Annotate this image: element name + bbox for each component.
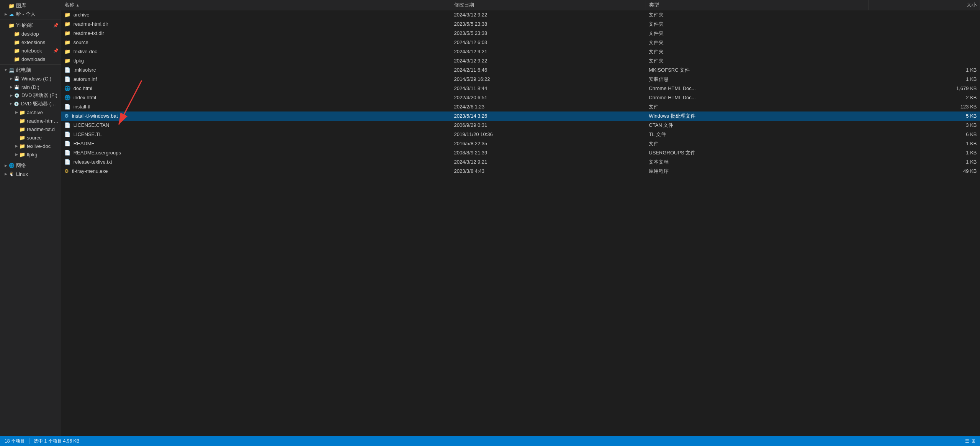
cell-name: 📁 source: [61, 38, 451, 47]
table-row[interactable]: 📁 archive 2024/3/12 9:22 文件夹: [61, 10, 980, 20]
statusbar: 18 个项目 │ 选中 1 个项目 4.96 KB ☰ ⊞: [0, 436, 980, 446]
table-row[interactable]: 📄 .mkisofsrc 2024/2/11 6:46 MKISOFSRC 文件…: [61, 66, 980, 75]
file-type-icon: 📁: [64, 49, 70, 54]
table-row[interactable]: 📁 texlive-doc 2024/3/12 9:21 文件夹: [61, 47, 980, 56]
sidebar-item-win-c[interactable]: ▶💾Windows (C:): [0, 74, 61, 83]
sidebar-item-archive[interactable]: ▶📁archive: [0, 108, 61, 116]
file-type-icon: 📄: [64, 141, 70, 146]
expand-arrow[interactable]: ▶: [8, 77, 14, 80]
inf-icon: 📄: [64, 76, 70, 82]
cell-date: 2024/3/12 9:21: [451, 157, 646, 167]
expand-arrow[interactable]: ▶: [8, 85, 14, 89]
table-row[interactable]: 📁 source 2024/3/12 6:03 文件夹: [61, 38, 980, 47]
pin-icon: 📌: [53, 48, 59, 53]
bat-icon: ⚙: [64, 113, 69, 119]
table-row[interactable]: ⚙ install-tl-windows.bat 2023/5/14 3:26 …: [61, 112, 980, 121]
sidebar-item-dvd-f2[interactable]: ▼💿DVD 驱动器 (F:) T: [0, 100, 61, 108]
cell-size: 1 KB: [869, 139, 980, 148]
item-icon: 📁: [14, 48, 20, 54]
file-name-label: doc.html: [74, 85, 92, 91]
item-icon: 📁: [8, 22, 15, 28]
item-icon: 📁: [19, 143, 25, 149]
expand-arrow[interactable]: ▶: [14, 110, 19, 114]
expand-arrow[interactable]: ▶: [3, 164, 8, 167]
table-row[interactable]: 📄 LICENSE.CTAN 2006/9/29 0:31 CTAN 文件 3 …: [61, 121, 980, 130]
view-grid-icon[interactable]: ⊞: [972, 438, 975, 444]
table-row[interactable]: 📁 readme-txt.dir 2023/5/5 23:38 文件夹: [61, 29, 980, 38]
cell-size: [869, 38, 980, 47]
cell-type: Chrome HTML Doc...: [646, 84, 868, 93]
cell-size: [869, 56, 980, 66]
col-header-size[interactable]: 大小: [869, 0, 980, 10]
cell-size: 2 KB: [869, 93, 980, 102]
cell-date: 2022/4/20 6:51: [451, 93, 646, 102]
table-row[interactable]: 📄 install-tl 2024/2/6 1:23 文件 123 KB: [61, 102, 980, 112]
sidebar-divider: [0, 20, 61, 20]
table-row[interactable]: 📁 readme-html.dir 2023/5/5 23:38 文件夹: [61, 20, 980, 29]
cell-size: [869, 47, 980, 56]
sidebar-item-readme-html-d[interactable]: 📁readme-html.d: [0, 116, 61, 125]
sidebar-item-tlpkg[interactable]: ▶📁tlpkg: [0, 150, 61, 159]
sidebar-item-gallery[interactable]: 📁图库: [0, 2, 61, 10]
expand-arrow[interactable]: ▶: [3, 12, 8, 16]
file-type-icon: 🌐: [64, 85, 70, 91]
view-list-icon[interactable]: ☰: [965, 438, 969, 444]
file-type-icon: 📁: [64, 21, 70, 27]
table-row[interactable]: ⚙ tl-tray-menu.exe 2023/3/8 4:43 应用程序 49…: [61, 167, 980, 176]
table-row[interactable]: 📄 README 2016/5/8 22:35 文件 1 KB: [61, 139, 980, 148]
sidebar-item-texlive-doc[interactable]: ▶📁texlive-doc: [0, 142, 61, 150]
cell-size: 1,679 KB: [869, 84, 980, 93]
expand-arrow[interactable]: ▶: [14, 152, 19, 156]
cell-type: 文件夹: [646, 20, 868, 29]
sidebar-item-downloads[interactable]: 📁downloads: [0, 55, 61, 63]
col-header-date[interactable]: 修改日期: [451, 0, 646, 10]
file-name-label: install-tl-windows.bat: [72, 113, 118, 119]
cell-date: 2023/5/5 23:38: [451, 20, 646, 29]
table-row[interactable]: 🌐 doc.html 2024/3/11 8:44 Chrome HTML Do…: [61, 84, 980, 93]
col-header-name[interactable]: 名称 ▲: [61, 0, 451, 10]
sidebar-item-cloud-ha[interactable]: ▶☁哈 - 个人: [0, 10, 61, 18]
cell-size: [869, 20, 980, 29]
cell-name: 📁 readme-html.dir: [61, 20, 451, 29]
cell-date: 2024/3/11 8:44: [451, 84, 646, 93]
sidebar-item-yh-home[interactable]: 📁YH的家📌: [0, 21, 61, 30]
expand-arrow[interactable]: ▶: [14, 144, 19, 148]
sidebar-item-notebook[interactable]: 📁notebook📌: [0, 46, 61, 55]
sidebar-item-linux[interactable]: ▶🐧Linux: [0, 170, 61, 178]
file-type-icon: 📁: [64, 39, 70, 45]
file-name-label: README.usergroups: [74, 150, 121, 156]
sidebar-item-source2[interactable]: 📁source: [0, 133, 61, 142]
table-row[interactable]: 📁 tlpkg 2024/3/12 9:22 文件夹: [61, 56, 980, 66]
expand-arrow[interactable]: ▼: [3, 68, 8, 72]
main-layout: 📁图库▶☁哈 - 个人 📁YH的家📌 📁desktop 📁extensions …: [0, 0, 980, 436]
table-row[interactable]: 📄 release-texlive.txt 2024/3/12 9:21 文本文…: [61, 157, 980, 167]
sidebar-item-this-pc[interactable]: ▼💻此电脑: [0, 66, 61, 74]
expand-arrow[interactable]: ▶: [8, 93, 14, 97]
expand-arrow[interactable]: ▶: [3, 172, 8, 176]
sidebar-item-label: rain (D:): [21, 84, 39, 90]
sidebar-item-dvd-f[interactable]: ▶💿DVD 驱动器 (F:): [0, 91, 61, 100]
table-row[interactable]: 📄 README.usergroups 2008/8/9 21:39 USERG…: [61, 148, 980, 157]
item-icon: 📁: [19, 134, 25, 141]
cell-size: 1 KB: [869, 157, 980, 167]
file-type-icon: 📄: [64, 159, 70, 165]
table-row[interactable]: 🌐 index.html 2022/4/20 6:51 Chrome HTML …: [61, 93, 980, 102]
file-type-icon: 🌐: [64, 95, 70, 100]
cell-name: 📁 texlive-doc: [61, 47, 451, 56]
cell-size: 49 KB: [869, 167, 980, 176]
table-row[interactable]: 📄 LICENSE.TL 2019/11/20 10:36 TL 文件 6 KB: [61, 130, 980, 139]
sidebar-item-rain-d[interactable]: ▶💾rain (D:): [0, 83, 61, 91]
sidebar-item-desktop[interactable]: 📁desktop: [0, 30, 61, 38]
sidebar-item-network[interactable]: ▶🌐网络: [0, 161, 61, 170]
sidebar-item-label: tlpkg: [27, 152, 37, 157]
sidebar-divider: [0, 64, 61, 65]
sidebar-item-readme-txt-d[interactable]: 📁readme-txt.d: [0, 125, 61, 133]
file-type-icon: 📁: [64, 58, 70, 64]
sidebar-item-extensions[interactable]: 📁extensions: [0, 38, 61, 46]
cell-size: [869, 29, 980, 38]
folder-icon: 📁: [64, 49, 70, 54]
col-header-type[interactable]: 类型: [646, 0, 868, 10]
cell-type: TL 文件: [646, 130, 868, 139]
table-row[interactable]: 📄 autorun.inf 2014/5/29 16:22 安装信息 1 KB: [61, 75, 980, 84]
expand-arrow[interactable]: ▼: [8, 102, 13, 106]
